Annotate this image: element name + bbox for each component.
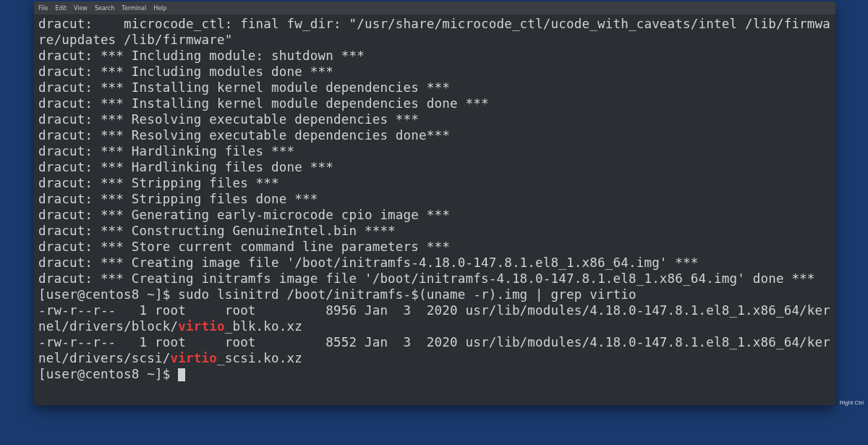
- terminal-line: dracut: microcode_ctl: final fw_dir: "/u…: [38, 16, 831, 48]
- terminal-line: dracut: *** Resolving executable depende…: [38, 111, 831, 127]
- menu-search[interactable]: Search: [95, 5, 114, 12]
- terminal-line: dracut: *** Including module: shutdown *…: [38, 48, 831, 64]
- host-statusbar: Right Ctrl: [840, 399, 864, 406]
- terminal-line: dracut: *** Including modules done ***: [38, 64, 831, 80]
- terminal-line: dracut: *** Stripping files done ***: [38, 191, 831, 207]
- terminal-line: dracut: *** Constructing GenuineIntel.bi…: [38, 223, 831, 239]
- terminal-line: dracut: *** Generating early-microcode c…: [38, 207, 831, 223]
- host-key-label: Right Ctrl: [840, 399, 864, 406]
- menubar: File Edit View Search Terminal Help: [34, 1, 835, 14]
- terminal-line: dracut: *** Installing kernel module dep…: [38, 96, 831, 111]
- menu-view[interactable]: View: [74, 5, 88, 12]
- terminal-line: dracut: *** Installing kernel module dep…: [38, 80, 831, 96]
- terminal-line: dracut: *** Store current command line p…: [38, 239, 831, 255]
- cursor: [178, 368, 185, 381]
- terminal-line: -rw-r--r-- 1 root root 8552 Jan 3 2020 u…: [38, 334, 831, 366]
- terminal-line: [user@centos8 ~]$: [38, 366, 831, 382]
- terminal-window: File Edit View Search Terminal Help drac…: [34, 1, 835, 405]
- terminal-line: dracut: *** Stripping files ***: [38, 175, 831, 191]
- menu-terminal[interactable]: Terminal: [122, 5, 146, 12]
- menu-edit[interactable]: Edit: [55, 5, 67, 12]
- terminal-output[interactable]: dracut: microcode_ctl: final fw_dir: "/u…: [34, 14, 835, 405]
- menu-file[interactable]: File: [38, 5, 48, 12]
- terminal-line: dracut: *** Hardlinking files ***: [38, 143, 831, 159]
- terminal-line: dracut: *** Creating initramfs image fil…: [38, 271, 831, 287]
- terminal-line: -rw-r--r-- 1 root root 8956 Jan 3 2020 u…: [38, 302, 831, 334]
- terminal-line: dracut: *** Creating image file '/boot/i…: [38, 255, 831, 271]
- terminal-line: [user@centos8 ~]$ sudo lsinitrd /boot/in…: [38, 287, 831, 302]
- terminal-line: dracut: *** Hardlinking files done ***: [38, 159, 831, 175]
- terminal-line: dracut: *** Resolving executable depende…: [38, 127, 831, 143]
- menu-help[interactable]: Help: [153, 5, 166, 12]
